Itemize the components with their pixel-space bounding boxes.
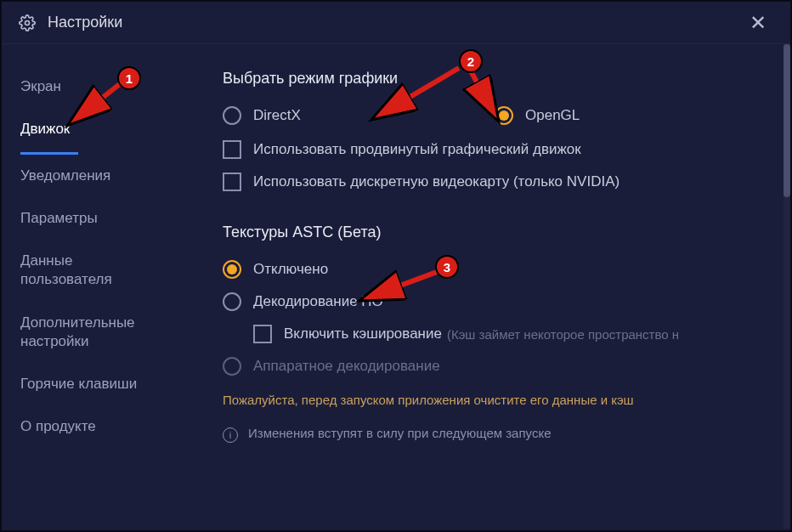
sidebar-item-hotkeys[interactable]: Горячие клавиши <box>2 363 172 405</box>
radio-label-opengl: OpenGL <box>525 107 580 124</box>
info-text: Изменения вступят в силу при следующем з… <box>248 426 551 440</box>
warning-text: Пожалуйста, перед запуском приложения оч… <box>223 391 765 410</box>
window-title: Настройки <box>48 14 743 31</box>
scrollbar[interactable] <box>784 44 790 529</box>
annotation-marker-2: 2 <box>459 49 483 73</box>
svg-line-2 <box>71 83 121 122</box>
radio-label-disabled: Отключено <box>253 261 328 278</box>
annotation-marker-3: 3 <box>435 255 459 279</box>
gear-icon <box>19 14 36 31</box>
annotation-arrow-3 <box>352 267 445 309</box>
radio-circle-unselected <box>223 292 241 311</box>
annotation-marker-1: 1 <box>117 66 141 90</box>
svg-line-5 <box>469 68 496 117</box>
radio-circle-unselected <box>223 106 241 125</box>
radio-sw-decode[interactable]: Декодирование ПО <box>223 292 765 311</box>
scrollbar-thumb[interactable] <box>784 44 790 197</box>
info-row: i Изменения вступят в силу при следующем… <box>223 426 765 443</box>
radio-label-hw-decode: Аппаратное декодирование <box>253 358 440 375</box>
svg-line-4 <box>376 68 459 117</box>
checkbox-label: Использовать продвинутый графический дви… <box>253 141 581 158</box>
sidebar-item-parameters[interactable]: Параметры <box>2 197 172 240</box>
annotation-arrow-1 <box>61 78 129 138</box>
svg-line-7 <box>364 272 437 299</box>
caching-hint: (Кэш займет некоторое пространство н <box>447 327 679 342</box>
svg-point-0 <box>25 20 30 25</box>
checkbox-advanced-engine[interactable]: Использовать продвинутый графический дви… <box>223 140 765 159</box>
titlebar: Настройки ✕ <box>2 2 790 44</box>
close-button[interactable]: ✕ <box>743 8 773 38</box>
sidebar-item-notifications[interactable]: Уведомления <box>2 155 172 197</box>
radio-circle-disabled <box>223 357 241 376</box>
radio-label-directx: DirectX <box>253 107 301 124</box>
annotation-arrow-2a <box>364 63 508 131</box>
checkbox-label: Использовать дискретную видеокарту (толь… <box>253 173 619 190</box>
radio-circle-selected <box>223 260 241 279</box>
radio-dot <box>227 264 237 274</box>
checkbox-label-caching: Включить кэширование <box>284 325 442 342</box>
checkbox-box <box>223 173 241 191</box>
sidebar-item-about[interactable]: О продукте <box>2 405 172 448</box>
sidebar-item-advanced[interactable]: Дополнительные настройки <box>2 302 172 363</box>
radio-disabled[interactable]: Отключено <box>223 260 765 279</box>
info-icon: i <box>223 427 238 443</box>
radio-hw-decode[interactable]: Аппаратное декодирование <box>223 357 765 376</box>
checkbox-discrete-gpu[interactable]: Использовать дискретную видеокарту (толь… <box>223 173 765 191</box>
checkbox-box <box>253 325 272 343</box>
astc-textures-title: Текстуры ASTC (Бета) <box>223 224 765 241</box>
checkbox-caching[interactable]: Включить кэширование (Кэш займет некотор… <box>253 325 765 343</box>
checkbox-box <box>223 140 241 159</box>
sidebar-item-userdata[interactable]: Данные пользователя <box>2 240 172 301</box>
